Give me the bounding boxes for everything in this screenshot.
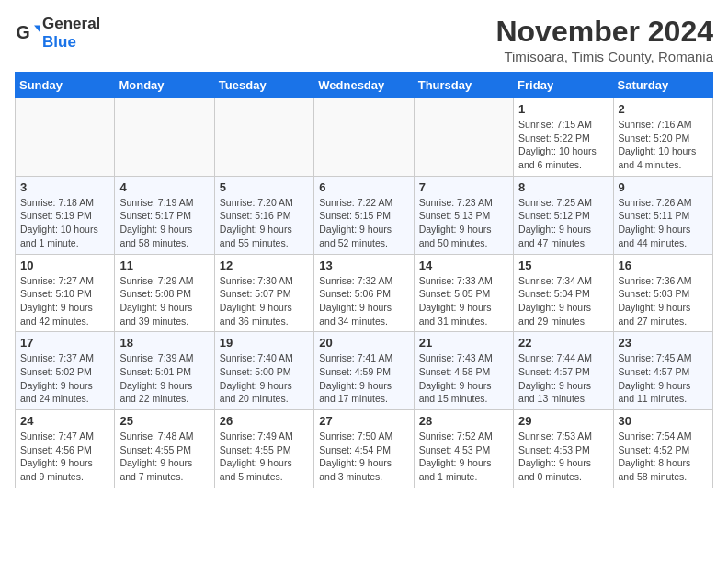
calendar-cell: 2Sunrise: 7:16 AM Sunset: 5:20 PM Daylig… bbox=[613, 98, 712, 177]
day-number: 26 bbox=[220, 414, 309, 428]
day-number: 8 bbox=[518, 180, 608, 194]
col-sunday: Sunday bbox=[16, 73, 115, 98]
day-number: 17 bbox=[20, 336, 109, 350]
day-number: 29 bbox=[518, 414, 608, 428]
day-number: 25 bbox=[119, 414, 209, 428]
col-wednesday: Wednesday bbox=[314, 73, 414, 98]
calendar-cell: 22Sunrise: 7:44 AM Sunset: 4:57 PM Dayli… bbox=[514, 332, 613, 410]
day-info: Sunrise: 7:36 AM Sunset: 5:03 PM Dayligh… bbox=[619, 274, 708, 328]
day-number: 4 bbox=[119, 180, 209, 194]
day-number: 15 bbox=[518, 259, 608, 272]
calendar-cell: 27Sunrise: 7:50 AM Sunset: 4:54 PM Dayli… bbox=[314, 410, 414, 488]
day-number: 18 bbox=[119, 336, 209, 350]
day-number: 6 bbox=[319, 180, 408, 194]
day-info: Sunrise: 7:15 AM Sunset: 5:22 PM Dayligh… bbox=[518, 118, 608, 172]
day-info: Sunrise: 7:23 AM Sunset: 5:13 PM Dayligh… bbox=[419, 196, 508, 250]
day-number: 10 bbox=[20, 259, 109, 272]
calendar-cell: 16Sunrise: 7:36 AM Sunset: 5:03 PM Dayli… bbox=[613, 254, 712, 332]
calendar-week-3: 10Sunrise: 7:27 AM Sunset: 5:10 PM Dayli… bbox=[16, 254, 713, 332]
calendar-cell: 17Sunrise: 7:37 AM Sunset: 5:02 PM Dayli… bbox=[16, 332, 115, 410]
day-info: Sunrise: 7:29 AM Sunset: 5:08 PM Dayligh… bbox=[119, 274, 209, 328]
calendar-cell: 30Sunrise: 7:54 AM Sunset: 4:52 PM Dayli… bbox=[613, 410, 712, 488]
col-thursday: Thursday bbox=[414, 73, 513, 98]
calendar-cell: 6Sunrise: 7:22 AM Sunset: 5:15 PM Daylig… bbox=[314, 176, 414, 254]
calendar-week-2: 3Sunrise: 7:18 AM Sunset: 5:19 PM Daylig… bbox=[16, 176, 713, 254]
svg-text:G: G bbox=[16, 22, 29, 42]
calendar-cell: 10Sunrise: 7:27 AM Sunset: 5:10 PM Dayli… bbox=[16, 254, 115, 332]
col-tuesday: Tuesday bbox=[214, 73, 313, 98]
calendar-cell: 4Sunrise: 7:19 AM Sunset: 5:17 PM Daylig… bbox=[115, 176, 214, 254]
day-info: Sunrise: 7:44 AM Sunset: 4:57 PM Dayligh… bbox=[518, 351, 608, 406]
day-info: Sunrise: 7:50 AM Sunset: 4:54 PM Dayligh… bbox=[319, 430, 408, 484]
day-number: 1 bbox=[518, 102, 608, 116]
calendar-cell: 14Sunrise: 7:33 AM Sunset: 5:05 PM Dayli… bbox=[414, 254, 513, 332]
calendar-cell: 12Sunrise: 7:30 AM Sunset: 5:07 PM Dayli… bbox=[214, 254, 313, 332]
day-info: Sunrise: 7:45 AM Sunset: 4:57 PM Dayligh… bbox=[619, 351, 708, 406]
day-number: 3 bbox=[20, 180, 109, 194]
day-info: Sunrise: 7:32 AM Sunset: 5:06 PM Dayligh… bbox=[319, 274, 408, 328]
day-number: 9 bbox=[619, 180, 708, 194]
day-info: Sunrise: 7:49 AM Sunset: 4:55 PM Dayligh… bbox=[220, 430, 309, 484]
calendar-cell bbox=[115, 98, 214, 177]
title-block: November 2024 Timisoara, Timis County, R… bbox=[495, 15, 713, 64]
day-number: 11 bbox=[119, 259, 209, 272]
day-number: 14 bbox=[419, 259, 508, 272]
calendar-cell: 25Sunrise: 7:48 AM Sunset: 4:55 PM Dayli… bbox=[115, 410, 214, 488]
day-number: 13 bbox=[319, 259, 408, 272]
day-info: Sunrise: 7:41 AM Sunset: 4:59 PM Dayligh… bbox=[319, 351, 408, 406]
calendar-cell: 3Sunrise: 7:18 AM Sunset: 5:19 PM Daylig… bbox=[16, 176, 115, 254]
day-info: Sunrise: 7:27 AM Sunset: 5:10 PM Dayligh… bbox=[20, 274, 109, 328]
calendar-cell: 13Sunrise: 7:32 AM Sunset: 5:06 PM Dayli… bbox=[314, 254, 414, 332]
day-number: 27 bbox=[319, 414, 408, 428]
month-title: November 2024 bbox=[495, 15, 713, 49]
calendar-cell: 20Sunrise: 7:41 AM Sunset: 4:59 PM Dayli… bbox=[314, 332, 414, 410]
col-friday: Friday bbox=[514, 73, 613, 98]
day-number: 24 bbox=[20, 414, 109, 428]
logo-general-text: General bbox=[42, 15, 100, 32]
logo-blue: Blue bbox=[42, 33, 100, 52]
calendar-cell bbox=[16, 98, 115, 177]
location-title: Timisoara, Timis County, Romania bbox=[495, 49, 713, 64]
calendar-cell: 18Sunrise: 7:39 AM Sunset: 5:01 PM Dayli… bbox=[115, 332, 214, 410]
day-number: 12 bbox=[220, 259, 309, 272]
day-number: 5 bbox=[220, 180, 309, 194]
calendar-header: Sunday Monday Tuesday Wednesday Thursday… bbox=[16, 73, 713, 98]
day-info: Sunrise: 7:37 AM Sunset: 5:02 PM Dayligh… bbox=[20, 351, 109, 406]
logo-blue-text: Blue bbox=[42, 33, 76, 51]
day-number: 21 bbox=[419, 336, 508, 350]
calendar-cell: 15Sunrise: 7:34 AM Sunset: 5:04 PM Dayli… bbox=[514, 254, 613, 332]
day-info: Sunrise: 7:47 AM Sunset: 4:56 PM Dayligh… bbox=[20, 430, 109, 484]
calendar-cell: 19Sunrise: 7:40 AM Sunset: 5:00 PM Dayli… bbox=[214, 332, 313, 410]
day-info: Sunrise: 7:22 AM Sunset: 5:15 PM Dayligh… bbox=[319, 196, 408, 250]
calendar-week-1: 1Sunrise: 7:15 AM Sunset: 5:22 PM Daylig… bbox=[16, 98, 713, 177]
col-monday: Monday bbox=[115, 73, 214, 98]
calendar-cell: 28Sunrise: 7:52 AM Sunset: 4:53 PM Dayli… bbox=[414, 410, 513, 488]
page-header: G General Blue November 2024 Timisoara, … bbox=[15, 15, 713, 64]
day-info: Sunrise: 7:19 AM Sunset: 5:17 PM Dayligh… bbox=[119, 196, 209, 250]
day-info: Sunrise: 7:48 AM Sunset: 4:55 PM Dayligh… bbox=[119, 430, 209, 484]
calendar-cell: 9Sunrise: 7:26 AM Sunset: 5:11 PM Daylig… bbox=[613, 176, 712, 254]
day-info: Sunrise: 7:39 AM Sunset: 5:01 PM Dayligh… bbox=[119, 351, 209, 406]
day-info: Sunrise: 7:18 AM Sunset: 5:19 PM Dayligh… bbox=[20, 196, 109, 250]
calendar-cell bbox=[214, 98, 313, 177]
day-info: Sunrise: 7:54 AM Sunset: 4:52 PM Dayligh… bbox=[619, 430, 708, 484]
calendar-cell: 29Sunrise: 7:53 AM Sunset: 4:53 PM Dayli… bbox=[514, 410, 613, 488]
day-number: 16 bbox=[619, 259, 708, 272]
day-info: Sunrise: 7:52 AM Sunset: 4:53 PM Dayligh… bbox=[419, 430, 508, 484]
calendar-week-4: 17Sunrise: 7:37 AM Sunset: 5:02 PM Dayli… bbox=[16, 332, 713, 410]
logo-general: General bbox=[42, 15, 100, 33]
header-row: Sunday Monday Tuesday Wednesday Thursday… bbox=[16, 73, 713, 98]
calendar-table: Sunday Monday Tuesday Wednesday Thursday… bbox=[15, 72, 713, 488]
calendar-cell: 5Sunrise: 7:20 AM Sunset: 5:16 PM Daylig… bbox=[214, 176, 313, 254]
day-number: 19 bbox=[220, 336, 309, 350]
day-info: Sunrise: 7:16 AM Sunset: 5:20 PM Dayligh… bbox=[619, 118, 708, 172]
day-info: Sunrise: 7:30 AM Sunset: 5:07 PM Dayligh… bbox=[220, 274, 309, 328]
calendar-cell: 1Sunrise: 7:15 AM Sunset: 5:22 PM Daylig… bbox=[514, 98, 613, 177]
calendar-cell: 7Sunrise: 7:23 AM Sunset: 5:13 PM Daylig… bbox=[414, 176, 513, 254]
day-info: Sunrise: 7:25 AM Sunset: 5:12 PM Dayligh… bbox=[518, 196, 608, 250]
calendar-cell bbox=[414, 98, 513, 177]
day-number: 30 bbox=[619, 414, 708, 428]
calendar-cell: 23Sunrise: 7:45 AM Sunset: 4:57 PM Dayli… bbox=[613, 332, 712, 410]
svg-marker-1 bbox=[34, 26, 40, 33]
col-saturday: Saturday bbox=[613, 73, 712, 98]
